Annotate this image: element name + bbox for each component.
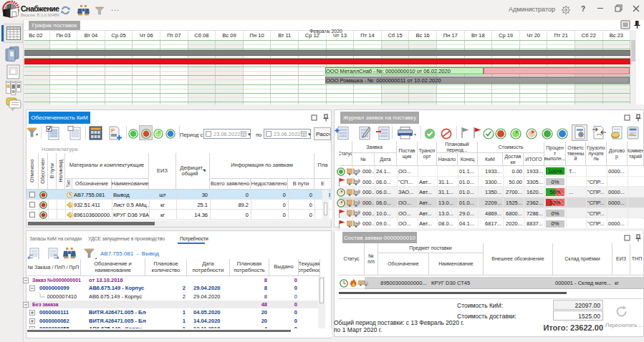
svg-text:P: P (111, 127, 115, 134)
